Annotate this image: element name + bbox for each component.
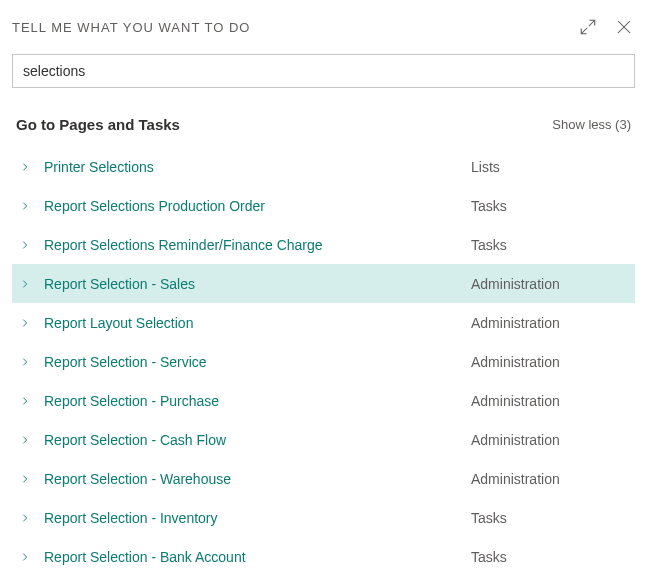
show-less-toggle[interactable]: Show less (3): [552, 117, 631, 132]
result-label: Printer Selections: [34, 159, 471, 175]
chevron-right-icon: [16, 513, 34, 523]
expand-icon[interactable]: [577, 16, 599, 38]
chevron-right-icon: [16, 162, 34, 172]
result-row[interactable]: Report Selection - WarehouseAdministrati…: [12, 459, 635, 498]
result-row[interactable]: Report Selection - SalesAdministration: [12, 264, 635, 303]
result-row[interactable]: Report Selections Reminder/Finance Charg…: [12, 225, 635, 264]
result-category: Administration: [471, 432, 631, 448]
chevron-right-icon: [16, 240, 34, 250]
chevron-right-icon: [16, 279, 34, 289]
result-row[interactable]: Printer SelectionsLists: [12, 147, 635, 186]
result-label: Report Selection - Purchase: [34, 393, 471, 409]
chevron-right-icon: [16, 552, 34, 562]
result-category: Administration: [471, 354, 631, 370]
chevron-right-icon: [16, 318, 34, 328]
search-input[interactable]: [12, 54, 635, 88]
result-label: Report Selection - Cash Flow: [34, 432, 471, 448]
chevron-right-icon: [16, 435, 34, 445]
result-category: Tasks: [471, 549, 631, 565]
result-category: Tasks: [471, 198, 631, 214]
result-list: Printer SelectionsListsReport Selections…: [12, 147, 635, 575]
result-category: Tasks: [471, 510, 631, 526]
result-row[interactable]: Report Selection - Cash FlowAdministrati…: [12, 420, 635, 459]
result-label: Report Selection - Sales: [34, 276, 471, 292]
close-icon[interactable]: [613, 16, 635, 38]
result-row[interactable]: Report Selection - InventoryTasks: [12, 498, 635, 537]
result-row[interactable]: Report Selection - PurchaseAdministratio…: [12, 381, 635, 420]
result-row[interactable]: Report Layout SelectionAdministration: [12, 303, 635, 342]
result-category: Administration: [471, 315, 631, 331]
result-category: Lists: [471, 159, 631, 175]
chevron-right-icon: [16, 201, 34, 211]
panel-title: TELL ME WHAT YOU WANT TO DO: [12, 20, 250, 35]
result-category: Administration: [471, 276, 631, 292]
svg-line-1: [581, 28, 587, 34]
header-actions: [577, 16, 635, 38]
result-label: Report Selection - Inventory: [34, 510, 471, 526]
result-row[interactable]: Report Selections Production OrderTasks: [12, 186, 635, 225]
chevron-right-icon: [16, 357, 34, 367]
panel-header: TELL ME WHAT YOU WANT TO DO: [12, 16, 635, 38]
result-label: Report Layout Selection: [34, 315, 471, 331]
result-row[interactable]: Report Selection - Bank AccountTasks: [12, 537, 635, 575]
result-category: Tasks: [471, 237, 631, 253]
result-category: Administration: [471, 393, 631, 409]
tellme-panel: TELL ME WHAT YOU WANT TO DO Go to Pages …: [0, 0, 647, 575]
section-title: Go to Pages and Tasks: [16, 116, 180, 133]
result-label: Report Selections Reminder/Finance Charg…: [34, 237, 471, 253]
result-label: Report Selection - Service: [34, 354, 471, 370]
result-label: Report Selections Production Order: [34, 198, 471, 214]
chevron-right-icon: [16, 396, 34, 406]
chevron-right-icon: [16, 474, 34, 484]
result-category: Administration: [471, 471, 631, 487]
svg-line-0: [589, 20, 595, 26]
result-label: Report Selection - Bank Account: [34, 549, 471, 565]
result-label: Report Selection - Warehouse: [34, 471, 471, 487]
result-row[interactable]: Report Selection - ServiceAdministration: [12, 342, 635, 381]
section-header: Go to Pages and Tasks Show less (3): [12, 110, 635, 139]
